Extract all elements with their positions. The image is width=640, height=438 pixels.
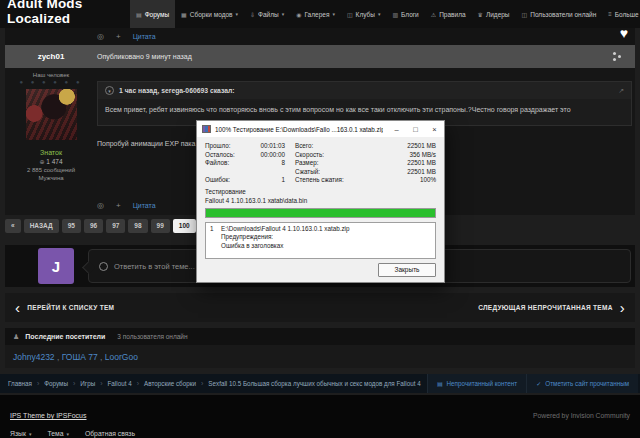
mark-site-read-link[interactable]: ✓ Отметить сайт прочитанным bbox=[526, 374, 638, 393]
plus-icon[interactable]: + bbox=[116, 32, 121, 41]
next-unread-topic-label: СЛЕДУЮЩАЯ НЕПРОЧИТАННАЯ ТЕМА bbox=[478, 304, 613, 311]
page-button-100-current[interactable]: 100 bbox=[173, 219, 196, 233]
quote-header[interactable]: ▾ 1 час назад, serega-060693 сказал: ↗ bbox=[98, 82, 631, 99]
author-avatar[interactable] bbox=[26, 89, 77, 140]
close-window-button[interactable]: × bbox=[425, 121, 444, 137]
post-author-name[interactable]: zych01 bbox=[5, 52, 97, 61]
maximize-button[interactable]: □ bbox=[406, 121, 425, 137]
author-gender: Мужчина bbox=[5, 175, 97, 181]
powered-by: Powered by Invision Community bbox=[533, 412, 630, 419]
options-icon[interactable]: ◎ bbox=[97, 32, 104, 41]
collapse-quote-icon[interactable]: ▾ bbox=[105, 86, 114, 95]
files-value: 8 bbox=[255, 159, 295, 166]
chevron-down-icon: ▾ bbox=[236, 11, 239, 17]
remaining-value: 00:00:00 bbox=[255, 151, 295, 158]
visitor-link[interactable]: LoorGoo bbox=[105, 352, 138, 362]
quote-button[interactable]: Цитата bbox=[133, 33, 156, 40]
page-icon: ▥ bbox=[392, 11, 398, 18]
back-to-topic-list-link[interactable]: ‹ ПЕРЕЙТИ К СПИСКУ ТЕМ bbox=[15, 300, 114, 315]
dialog-body: Прошло: 00:01:03 Всего: 22501 MB Осталос… bbox=[197, 137, 444, 259]
reply-bubble-icon bbox=[99, 262, 108, 271]
options-icon[interactable]: ◎ bbox=[97, 201, 104, 210]
log-row: 1 E:\Downloads\Fallout 4 1.10.163.0.1 xa… bbox=[210, 225, 431, 234]
speed-label: Скорость: bbox=[295, 151, 363, 158]
quote-button[interactable]: Цитата bbox=[133, 202, 156, 209]
page-button-95[interactable]: 95 bbox=[62, 219, 81, 233]
chevron-down-icon: ▾ bbox=[66, 431, 69, 437]
post-timestamp: Опубликовано 9 минут назад bbox=[97, 53, 192, 60]
nav-label: Клубы bbox=[356, 11, 375, 18]
share-icon[interactable] bbox=[618, 55, 621, 58]
dialog-title: 100% Тестирование E:\Downloads\Fallo ...… bbox=[215, 126, 383, 133]
winrar-test-dialog: 100% Тестирование E:\Downloads\Fallo ...… bbox=[196, 120, 445, 283]
chevron-down-icon: ▾ bbox=[332, 11, 335, 17]
breadcrumb-forums[interactable]: Форумы bbox=[44, 380, 68, 387]
page-button-97[interactable]: 97 bbox=[106, 219, 125, 233]
progress-bar bbox=[205, 208, 436, 218]
current-file: Fallout 4 1.10.163.0.1 xatab\data.bin bbox=[205, 197, 323, 205]
nav-item-gallery[interactable]: ◉ Галерея ▾ bbox=[290, 0, 341, 28]
visitor-link[interactable]: Johny4232 bbox=[13, 352, 55, 362]
nav-item-forums[interactable]: ▤ Форумы bbox=[130, 0, 175, 28]
like-heart-icon[interactable]: ♥ bbox=[620, 25, 628, 41]
nav-label: Больше bbox=[615, 11, 639, 18]
chevron-left-icon: ‹ bbox=[15, 300, 20, 315]
breadcrumb-fallout4[interactable]: Fallout 4 bbox=[108, 380, 132, 387]
nav-item-users-online[interactable]: ◫ Пользователи онлайн bbox=[516, 0, 603, 28]
dialog-titlebar[interactable]: 100% Тестирование E:\Downloads\Fallo ...… bbox=[197, 121, 444, 137]
goto-quote-icon[interactable]: ↗ bbox=[618, 87, 624, 95]
visitor-link[interactable]: ГОША 77 bbox=[62, 352, 98, 362]
nav-item-blogs[interactable]: ▥ Блоги bbox=[386, 0, 424, 28]
recent-visitors-list: Johny4232 , ГОША 77 , LoorGoo bbox=[5, 345, 635, 368]
author-panel: Наш человек ● ● ● ● ● ● Знаток ⊕ 1 474 2… bbox=[5, 68, 97, 181]
nav-item-rules[interactable]: ⚠ Правила bbox=[425, 0, 472, 28]
page-prev-button[interactable]: « bbox=[5, 219, 21, 233]
plus-icon[interactable]: + bbox=[116, 201, 121, 210]
forums-icon: ▤ bbox=[136, 11, 142, 18]
current-user-avatar[interactable]: J bbox=[38, 248, 74, 284]
packed-label: Сжатый: bbox=[295, 168, 363, 175]
nav-item-more[interactable]: ≡ Больше ▾ bbox=[602, 0, 640, 28]
minimize-button[interactable]: – bbox=[387, 121, 406, 137]
back-to-topic-list-label: ПЕРЕЙТИ К СПИСКУ ТЕМ bbox=[27, 304, 114, 311]
page-button-96[interactable]: 96 bbox=[84, 219, 103, 233]
visitors-icon: ♟ bbox=[13, 333, 19, 341]
nav-item-files[interactable]: ⇩ Файлы ▾ bbox=[244, 0, 290, 28]
feedback-link[interactable]: Обратная связь bbox=[85, 430, 135, 437]
breadcrumb-games[interactable]: Игры bbox=[80, 380, 95, 387]
unread-content-link[interactable]: ▤ Непрочитанный контент bbox=[427, 374, 526, 393]
theme-credit-link[interactable]: IPS Theme by IPSFocus bbox=[10, 412, 87, 419]
page-back-button[interactable]: НАЗАД bbox=[24, 219, 59, 233]
log-warn-label: Предупреждения: bbox=[221, 233, 431, 242]
breadcrumb-author-builds[interactable]: Авторские сборки bbox=[144, 380, 196, 387]
nav-item-mod-builds[interactable]: ▦ Сборки модов ▾ bbox=[175, 0, 244, 28]
winrar-icon bbox=[202, 125, 211, 133]
nav-item-clubs[interactable]: ◫ Клубы ▾ bbox=[341, 0, 386, 28]
chevron-right-icon: › bbox=[620, 300, 625, 315]
trophy-icon: ♛ bbox=[478, 11, 483, 18]
reputation-icon: ⊕ bbox=[39, 159, 44, 165]
log-index: 1 bbox=[210, 225, 221, 234]
author-rank: Знаток bbox=[5, 149, 97, 156]
elapsed-label: Прошло: bbox=[205, 142, 255, 149]
spacer bbox=[205, 168, 255, 175]
post-toolbar: ◎ + Цитата bbox=[97, 201, 156, 210]
recent-visitors-header: ♟ Последние посетители 3 пользователя он… bbox=[5, 328, 635, 345]
breadcrumb-topic[interactable]: Sexfall 10.5 Большая сборка лучших обычн… bbox=[208, 380, 420, 387]
nav-item-leaders[interactable]: ♛ Лидеры bbox=[472, 0, 516, 28]
main-nav: ▤ Форумы ▦ Сборки модов ▾ ⇩ Файлы ▾ ◉ Га… bbox=[130, 0, 640, 28]
breadcrumb-home[interactable]: Главная bbox=[8, 380, 32, 387]
close-button[interactable]: Закрыть bbox=[378, 263, 436, 277]
theme-select[interactable]: Тема ▾ bbox=[47, 430, 69, 437]
next-unread-topic-link[interactable]: СЛЕДУЮЩАЯ НЕПРОЧИТАННАЯ ТЕМА › bbox=[478, 300, 625, 315]
language-select[interactable]: Язык ▾ bbox=[10, 430, 31, 437]
reply-placeholder: Ответить в этой теме... bbox=[114, 262, 195, 271]
message-list[interactable]: 1 E:\Downloads\Fallout 4 1.10.163.0.1 xa… bbox=[205, 222, 436, 259]
page-button-99[interactable]: 99 bbox=[151, 219, 170, 233]
ratio-label: Степень сжатия: bbox=[295, 176, 363, 183]
warning-icon: ⚠ bbox=[431, 11, 436, 18]
breadcrumb: Главная › Форумы › Игры › Fallout 4 › Ав… bbox=[0, 374, 640, 393]
page-button-98[interactable]: 98 bbox=[128, 219, 147, 233]
check-icon: ✓ bbox=[536, 380, 541, 387]
dialog-stats: Прошло: 00:01:03 Всего: 22501 MB Осталос… bbox=[205, 142, 436, 183]
